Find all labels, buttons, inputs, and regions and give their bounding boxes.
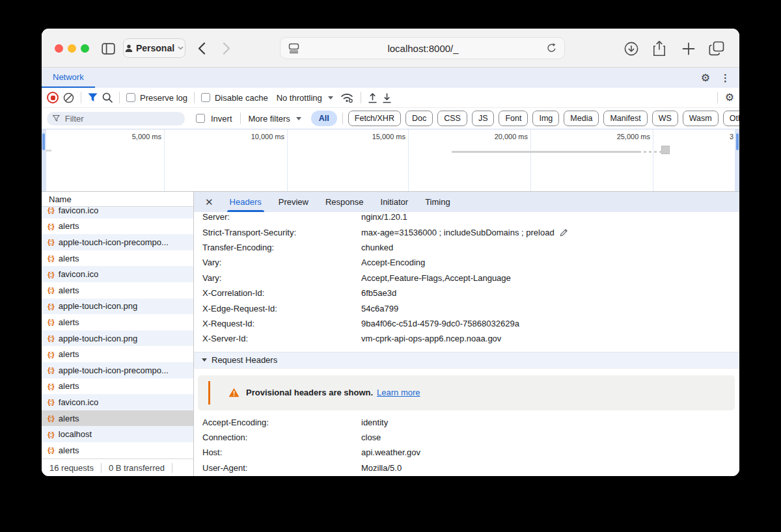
invert-checkbox[interactable] xyxy=(196,114,205,123)
overview-request-bar[interactable] xyxy=(452,151,641,153)
chip-media[interactable]: Media xyxy=(564,111,599,126)
zoom-window-button[interactable] xyxy=(81,44,89,53)
request-row[interactable]: {:}apple-touch-icon-precompo... xyxy=(42,362,193,379)
minimize-window-button[interactable] xyxy=(68,44,76,53)
header-row: X-Server-Id: vm-cprk-api-ops-app6.ncep.n… xyxy=(194,331,739,346)
chip-css[interactable]: CSS xyxy=(437,111,467,126)
json-doc-icon: {:} xyxy=(48,254,54,262)
request-headers-section[interactable]: Request Headers xyxy=(194,352,739,369)
downloads-icon[interactable] xyxy=(624,42,638,56)
invert-label[interactable]: Invert xyxy=(211,114,232,124)
tick-label: 5,000 ms xyxy=(132,133,161,140)
chip-other[interactable]: Other xyxy=(723,111,739,126)
header-row: Transfer-Encoding: chunked xyxy=(194,240,739,255)
chip-manifest[interactable]: Manifest xyxy=(603,111,647,126)
chip-ws[interactable]: WS xyxy=(652,111,678,126)
request-row[interactable]: {:}apple-touch-icon-precompo... xyxy=(42,234,193,250)
header-row: Vary: Accept,Feature-Flags,Accept-Langua… xyxy=(194,271,739,286)
request-row[interactable]: {:}alerts xyxy=(42,314,193,330)
browser-window: Personal localhost:8000/_ xyxy=(42,29,739,476)
tab-timing[interactable]: Timing xyxy=(417,192,459,212)
throttling-caret-icon[interactable] xyxy=(328,96,333,100)
json-doc-icon: {:} xyxy=(48,366,54,374)
json-doc-icon: {:} xyxy=(48,446,54,454)
overview-left-handle[interactable] xyxy=(42,129,46,191)
tab-network[interactable]: Network xyxy=(42,68,95,88)
back-button[interactable] xyxy=(198,42,206,55)
clear-network-log-icon[interactable] xyxy=(63,92,74,103)
request-row[interactable]: {:}favicon.ico xyxy=(42,207,193,219)
profile-button[interactable]: Personal xyxy=(123,38,185,58)
request-row[interactable]: {:}alerts xyxy=(42,250,193,267)
request-row[interactable]: {:}favicon.ico xyxy=(42,394,193,410)
request-row[interactable]: {:}alerts xyxy=(42,282,193,299)
request-row[interactable]: {:}apple-touch-icon.png xyxy=(42,299,193,315)
network-overview-timeline[interactable]: 5,000 ms 10,000 ms 15,000 ms 20,000 ms 2… xyxy=(42,129,739,192)
tab-headers[interactable]: Headers xyxy=(221,192,270,212)
chip-font[interactable]: Font xyxy=(499,111,528,126)
throttling-select[interactable]: No throttling xyxy=(277,93,322,103)
request-row[interactable]: {:}favicon.ico xyxy=(42,266,193,282)
search-icon[interactable] xyxy=(102,92,113,103)
chip-fetch-xhr[interactable]: Fetch/XHR xyxy=(348,111,401,126)
tab-response[interactable]: Response xyxy=(317,192,372,212)
network-settings-icon[interactable]: ⚙ xyxy=(725,92,734,103)
request-row[interactable]: {:}apple-touch-icon.png xyxy=(42,330,193,347)
chip-img[interactable]: Img xyxy=(532,111,559,126)
chip-all[interactable]: All xyxy=(311,111,337,126)
close-window-button[interactable] xyxy=(55,44,63,53)
preserve-log-checkbox[interactable] xyxy=(126,93,135,102)
header-row: Connection: close xyxy=(194,430,739,445)
filter-funnel-icon xyxy=(53,114,60,122)
json-doc-icon: {:} xyxy=(48,222,54,230)
request-details-pane: ✕ Headers Preview Response Initiator Tim… xyxy=(194,192,739,476)
forward-button[interactable] xyxy=(223,42,230,55)
filter-input-container[interactable] xyxy=(47,112,185,126)
request-row[interactable]: {:}alerts xyxy=(42,346,193,362)
filter-input[interactable] xyxy=(64,113,179,124)
network-conditions-icon[interactable] xyxy=(340,92,354,103)
import-har-icon[interactable] xyxy=(368,92,377,103)
learn-more-link[interactable]: Learn more xyxy=(377,388,420,397)
share-icon[interactable] xyxy=(653,40,666,57)
disable-cache-checkbox[interactable] xyxy=(201,93,210,102)
header-row: X-Correlation-Id: 6fb5ae3d xyxy=(194,286,739,300)
more-filters-button[interactable]: More filters xyxy=(249,114,290,124)
request-type-chips: All Fetch/XHR Doc CSS JS Font Img Media … xyxy=(311,111,739,126)
sidebar-toggle-icon[interactable] xyxy=(102,43,115,55)
edit-header-icon[interactable] xyxy=(559,228,569,237)
preserve-log-label[interactable]: Preserve log xyxy=(140,93,187,103)
disable-cache-label[interactable]: Disable cache xyxy=(215,93,268,103)
request-row-selected[interactable]: {:}alerts xyxy=(42,410,193,427)
request-row[interactable]: {:}alerts xyxy=(42,442,193,459)
name-column-header[interactable]: Name xyxy=(42,192,193,207)
address-bar[interactable]: localhost:8000/_ xyxy=(280,37,565,59)
page-settings-icon[interactable] xyxy=(288,43,299,53)
overview-request-marker[interactable] xyxy=(661,146,670,154)
filter-icon[interactable] xyxy=(88,93,98,102)
header-row: Vary: Accept-Encoding xyxy=(194,255,739,270)
tab-preview[interactable]: Preview xyxy=(270,192,317,212)
request-row[interactable]: {:}localhost xyxy=(42,426,193,442)
close-details-icon[interactable]: ✕ xyxy=(194,192,221,212)
export-har-icon[interactable] xyxy=(382,92,392,103)
header-row: X-Edge-Request-Id: 54c6a799 xyxy=(194,300,739,315)
request-count: 16 requests xyxy=(49,463,94,473)
request-row[interactable]: {:}alerts xyxy=(42,379,193,395)
request-row[interactable]: {:}alerts xyxy=(42,219,193,235)
new-tab-icon[interactable] xyxy=(682,42,695,55)
devtools-settings-icon[interactable]: ⚙ xyxy=(701,73,710,83)
more-filters-caret-icon[interactable] xyxy=(296,117,301,120)
reload-icon[interactable] xyxy=(547,43,556,53)
section-collapse-icon[interactable] xyxy=(202,358,207,362)
overview-right-handle[interactable] xyxy=(735,129,739,191)
chip-doc[interactable]: Doc xyxy=(405,111,433,126)
tab-overview-icon[interactable] xyxy=(709,41,724,56)
chip-wasm[interactable]: Wasm xyxy=(683,111,719,126)
devtools-menu-icon[interactable]: ⋮ xyxy=(720,72,730,84)
url-text[interactable]: localhost:8000/_ xyxy=(299,43,547,54)
chip-js[interactable]: JS xyxy=(472,111,495,126)
record-network-log-button[interactable] xyxy=(47,92,59,103)
tab-initiator[interactable]: Initiator xyxy=(372,192,417,212)
json-doc-icon: {:} xyxy=(48,238,54,246)
